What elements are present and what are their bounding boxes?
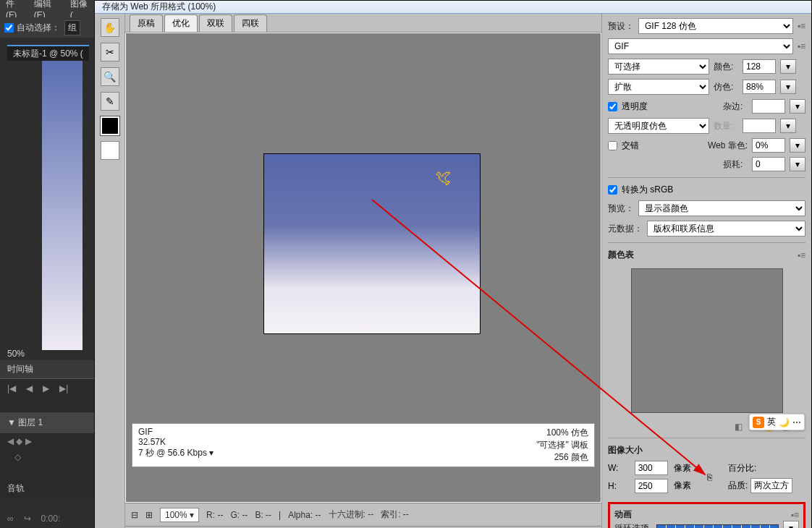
ime-moon-icon[interactable]: 🌙 <box>779 417 790 427</box>
ime-menu-icon[interactable]: ⋯ <box>792 417 801 427</box>
readout-g: G: -- <box>230 510 248 520</box>
preview-canvas[interactable]: 🕊 GIF 32.57K 7 秒 @ 56.6 Kbps ▾ 100% 仿色 "… <box>125 33 601 503</box>
matte-label: 杂边: <box>723 101 748 113</box>
sogou-icon: S <box>753 417 764 428</box>
audio-track[interactable]: 音轨 <box>0 480 94 498</box>
tab-optimized[interactable]: 优化 <box>164 14 198 32</box>
loop-label: 循环选项 <box>614 522 652 529</box>
websnap-input[interactable] <box>752 138 785 153</box>
autoselect-dropdown[interactable]: 组 <box>64 20 80 35</box>
document-tab[interactable]: 未标题-1 @ 50% ( <box>7 45 89 61</box>
link-icon[interactable]: ⎘ <box>707 472 725 482</box>
preview-dropdown[interactable]: 显示器颜色 <box>638 200 805 216</box>
zoom-tool-icon[interactable]: 🔍 <box>101 67 119 86</box>
srgb-checkbox[interactable] <box>608 185 617 195</box>
colortable-title: 颜色表 <box>608 249 634 261</box>
dither-stepper[interactable]: ▾ <box>780 80 796 94</box>
footer-time: 0:00: <box>41 514 61 524</box>
matte-dropdown[interactable]: ▾ <box>790 99 805 114</box>
readout-alpha: Alpha: -- <box>288 510 321 520</box>
keyframe-dot[interactable]: ◇ <box>0 449 94 465</box>
dither-method-dropdown[interactable]: 扩散 <box>608 79 709 95</box>
doc-preview-bg <box>42 61 83 350</box>
dither-label: 仿色: <box>714 81 738 93</box>
autoselect-label: 自动选择： <box>17 22 60 34</box>
transparency-checkbox[interactable] <box>608 102 617 111</box>
readout-r: R: -- <box>206 510 223 520</box>
width-input[interactable] <box>635 461 668 475</box>
metadata-dropdown[interactable]: 版权和联系信息 <box>647 221 805 237</box>
lossy-stepper[interactable]: ▾ <box>790 157 805 171</box>
bird-icon: 🕊 <box>435 169 451 187</box>
slice-tool-icon[interactable]: ✂ <box>101 43 119 61</box>
optimize-menu-icon[interactable]: ▪≡ <box>798 41 805 51</box>
info-format: GIF <box>138 427 213 437</box>
readout-index: 索引: -- <box>381 508 409 521</box>
eyedropper-tool-icon[interactable]: ✎ <box>101 92 119 111</box>
info-dither: 100% 仿色 <box>536 427 588 439</box>
keyframe-controls[interactable]: ◀ ◆ ▶ <box>0 433 94 449</box>
zoom-in-icon[interactable]: ⊞ <box>145 510 153 520</box>
footer-a[interactable]: ∞ <box>7 514 14 524</box>
eyedropper-color[interactable] <box>101 116 119 135</box>
preset-dropdown[interactable]: GIF 128 仿色 <box>638 18 793 34</box>
imagesize-title: 图像大小 <box>608 444 643 456</box>
height-input[interactable] <box>635 479 668 493</box>
timeline-prev-icon[interactable]: ◀ <box>26 383 33 393</box>
colors-stepper[interactable]: ▾ <box>780 59 796 74</box>
tab-2up[interactable]: 双联 <box>199 14 232 32</box>
timeline-next-icon[interactable]: ▶| <box>59 383 68 393</box>
interlace-checkbox[interactable] <box>608 141 617 150</box>
amount-input <box>743 119 776 133</box>
colors-input[interactable] <box>743 59 776 74</box>
zoom-level[interactable]: 50% <box>7 349 25 359</box>
ct-icon-1[interactable]: ◧ <box>735 422 743 432</box>
websnap-stepper[interactable]: ▾ <box>790 138 805 153</box>
autoselect-checkbox[interactable] <box>4 23 14 33</box>
readout-hex: 十六进制: -- <box>329 508 374 521</box>
info-palette: "可选择" 调板 <box>536 439 588 451</box>
interlace-label: 交错 <box>622 140 639 152</box>
trans-dither-dropdown[interactable]: 无透明度仿色 <box>608 118 709 134</box>
animation-title: 动画 <box>614 508 632 521</box>
zoom-out-icon[interactable]: ⊟ <box>131 510 138 520</box>
animation-menu-icon[interactable]: ▪≡ <box>791 510 799 520</box>
zoom-dropdown[interactable]: 100% ▾ <box>160 508 199 522</box>
info-colors: 256 颜色 <box>536 451 588 464</box>
matte-input[interactable] <box>752 99 785 114</box>
tab-original[interactable]: 原稿 <box>130 14 163 32</box>
loop-slider[interactable] <box>656 524 779 528</box>
quality-dropdown[interactable]: 两次立方 <box>750 478 792 493</box>
ime-overlay[interactable]: S 英 🌙 ⋯ <box>749 414 805 430</box>
colortable-preview[interactable] <box>631 268 783 413</box>
image-preview: 🕊 <box>263 153 481 334</box>
slice-visibility-icon[interactable] <box>101 141 119 160</box>
timeline-first-icon[interactable]: |◀ <box>7 383 16 393</box>
lossy-input[interactable] <box>752 157 785 171</box>
amount-stepper: ▾ <box>780 119 796 133</box>
reduction-dropdown[interactable]: 可选择 <box>608 59 709 74</box>
tab-4up[interactable]: 四联 <box>234 14 267 32</box>
layer-name[interactable]: 图层 1 <box>18 417 43 427</box>
preview-info: GIF 32.57K 7 秒 @ 56.6 Kbps ▾ 100% 仿色 "可选… <box>132 423 595 467</box>
preset-menu-icon[interactable]: ▪≡ <box>798 21 805 31</box>
save-for-web-dialog: 存储为 Web 所用格式 (100%) ✋ ✂ 🔍 ✎ 原稿 优化 双联 四联 … <box>94 0 812 528</box>
percent-label: 百分比: <box>728 462 805 474</box>
format-dropdown[interactable]: GIF <box>608 38 793 54</box>
info-speed: 7 秒 @ 56.6 Kbps <box>138 448 207 458</box>
footer-b[interactable]: ↪ <box>24 514 31 524</box>
colortable-menu-icon[interactable]: ▪≡ <box>798 250 805 260</box>
preview-label: 预览： <box>608 203 634 215</box>
preset-label: 预设： <box>608 20 634 33</box>
timeline-play-icon[interactable]: ▶ <box>43 383 49 393</box>
quality-label: 品质: <box>728 480 748 490</box>
hand-tool-icon[interactable]: ✋ <box>101 18 119 37</box>
metadata-label: 元数据： <box>608 223 643 235</box>
ime-lang: 英 <box>767 416 776 428</box>
loop-dropdown[interactable]: ▾ <box>783 521 799 528</box>
lossy-label: 损耗: <box>723 158 748 171</box>
transparency-label: 透明度 <box>622 101 648 113</box>
amount-label: 数量: <box>714 120 738 132</box>
dither-input[interactable] <box>743 80 776 94</box>
srgb-label: 转换为 sRGB <box>622 184 673 196</box>
